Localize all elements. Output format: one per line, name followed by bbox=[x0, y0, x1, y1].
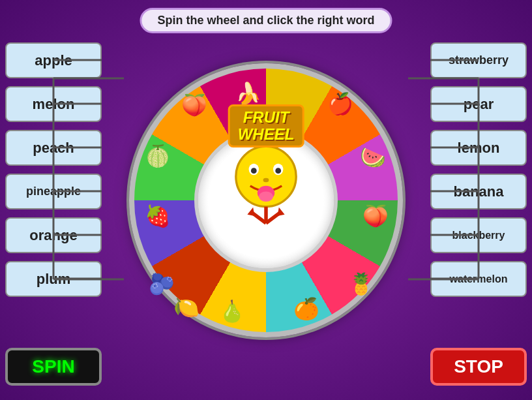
word-button-peach[interactable]: peach bbox=[5, 130, 102, 166]
spin-button[interactable]: SPIN bbox=[5, 348, 102, 386]
instruction-banner: Spin the wheel and click the right word bbox=[140, 8, 392, 33]
svg-point-22 bbox=[275, 168, 281, 174]
wheel-outer-ring: 🍌 🍎 🍉 🍑 🍍 🍊 🍐 🍋 🫐 🍓 🍈 🍑 bbox=[129, 63, 403, 337]
fruit-title-line1: FRUIT bbox=[238, 109, 295, 126]
fruit-wheel[interactable]: 🍌 🍎 🍉 🍑 🍍 🍊 🍐 🍋 🫐 🍓 🍈 🍑 bbox=[129, 63, 403, 337]
word-button-blackberry[interactable]: blackberry bbox=[430, 217, 527, 253]
fruit-blackberry-icon: 🫐 bbox=[149, 273, 175, 294]
wheel-inner-circle bbox=[194, 129, 338, 272]
fruit-watermelon-icon: 🍉 bbox=[360, 147, 386, 168]
stop-button[interactable]: STOP bbox=[430, 348, 527, 386]
fruit-apple-icon: 🍎 bbox=[327, 93, 353, 114]
svg-point-24 bbox=[259, 191, 273, 201]
fruit-banana-icon: 🍌 bbox=[235, 83, 261, 104]
word-button-watermelon[interactable]: watermelon bbox=[430, 261, 527, 297]
fruit-strawberry-icon: 🍓 bbox=[145, 206, 171, 226]
svg-marker-29 bbox=[247, 207, 254, 215]
word-button-pineapple[interactable]: pineapple bbox=[5, 174, 102, 209]
word-button-pear[interactable]: pear bbox=[430, 86, 527, 122]
fruit-title-line2: WHEEL bbox=[238, 126, 295, 143]
fruit-peach-icon: 🍑 bbox=[362, 206, 389, 226]
svg-point-25 bbox=[263, 177, 269, 182]
word-button-strawberry[interactable]: strawberry bbox=[430, 42, 527, 78]
word-button-lemon[interactable]: lemon bbox=[430, 130, 527, 166]
word-button-banana[interactable]: banana bbox=[430, 174, 527, 209]
smiley-face-icon bbox=[230, 144, 302, 230]
word-button-plum[interactable]: plum bbox=[5, 261, 102, 297]
word-button-orange[interactable]: orange bbox=[5, 217, 102, 253]
fruit-wheel-title: FRUIT WHEEL bbox=[228, 104, 304, 148]
svg-marker-30 bbox=[278, 207, 285, 215]
fruit-melon-icon: 🍈 bbox=[145, 146, 171, 166]
word-button-melon[interactable]: melon bbox=[5, 86, 102, 122]
fruit-pear-icon: 🍐 bbox=[219, 301, 245, 322]
fruit-plum-icon: 🍑 bbox=[181, 95, 207, 115]
fruit-pineapple-icon: 🍍 bbox=[348, 273, 374, 294]
fruit-lemon-icon: 🍋 bbox=[173, 297, 200, 318]
word-button-apple[interactable]: apple bbox=[5, 42, 102, 78]
svg-point-21 bbox=[251, 168, 257, 174]
fruit-orange-icon: 🍊 bbox=[293, 298, 319, 319]
